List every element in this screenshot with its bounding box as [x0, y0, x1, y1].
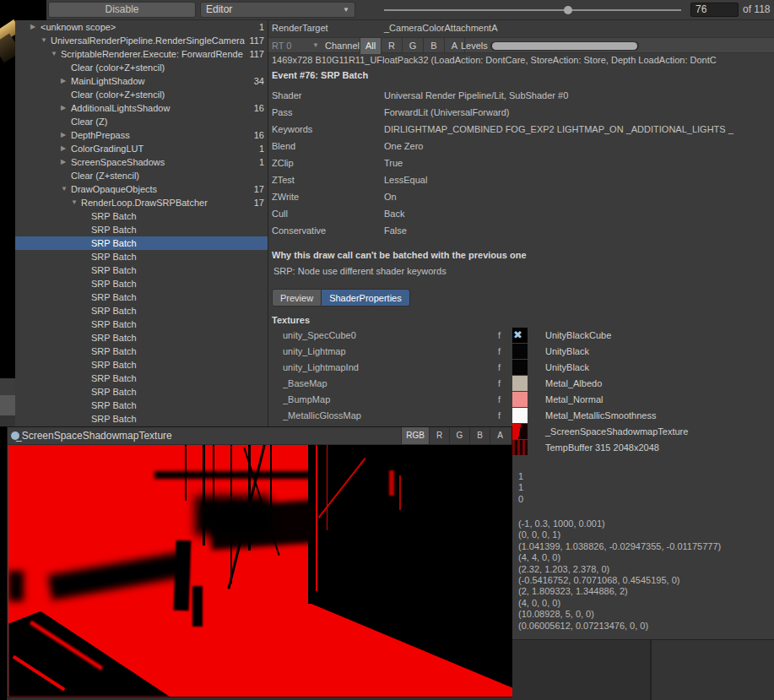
editor-dropdown[interactable]: Editor ▼	[200, 2, 355, 18]
tree-item-selected[interactable]: SRP Batch	[15, 236, 268, 250]
tree-item[interactable]: Clear (color+Z+stencil)	[15, 61, 268, 74]
texture-asset-name: Metal_Albedo	[545, 378, 602, 388]
tab-shader-properties[interactable]: ShaderProperties	[322, 289, 410, 307]
chevron-right-icon[interactable]: ▶	[61, 74, 71, 88]
tree-item[interactable]: ▶DepthPrepass16	[15, 128, 268, 142]
slider-handle[interactable]	[564, 6, 572, 14]
shader-property-value: On	[384, 188, 771, 205]
batch-break-reason: SRP: Node use different shader keywords	[273, 266, 447, 276]
background-window-corner	[512, 639, 774, 700]
texture-row[interactable]: _BumpMapfMetal_Normal	[268, 391, 774, 407]
shader-property-row: ZWriteOn	[272, 188, 771, 205]
texture-thumbnail[interactable]	[512, 392, 528, 407]
tree-item[interactable]: ▶ScreenSpaceShadows1	[15, 155, 268, 169]
tree-item[interactable]: SRP Batch	[15, 358, 268, 372]
channel-r-button[interactable]: R	[381, 38, 402, 54]
chevron-down-icon[interactable]: ▼	[61, 182, 71, 196]
tree-item[interactable]: SRP Batch	[15, 399, 268, 412]
chevron-right-icon[interactable]: ▶	[61, 128, 71, 142]
channels-label: Channels	[325, 38, 364, 54]
tree-item[interactable]: ▶AdditionalLightsShadow16	[15, 101, 268, 115]
event-tree: ▶<unknown scope>1▼UniversalRenderPipelin…	[15, 20, 268, 426]
tree-item[interactable]: SRP Batch	[15, 317, 268, 331]
render-target-toolbar: RT 0 ▼ Channels AllRGBA Levels	[268, 37, 774, 53]
preview-channel-a-button[interactable]: A	[490, 427, 510, 444]
channel-b-button[interactable]: B	[423, 38, 444, 54]
chevron-right-icon[interactable]: ▶	[61, 155, 71, 169]
texture-asset-name: Metal_MetallicSmoothness	[545, 410, 656, 421]
texture-thumbnail[interactable]	[512, 328, 528, 343]
chevron-down-icon[interactable]: ▼	[41, 34, 51, 47]
tree-item[interactable]: SRP Batch	[15, 250, 268, 263]
tree-item[interactable]: ▶<unknown scope>1	[15, 20, 268, 34]
tree-item[interactable]: SRP Batch	[15, 277, 268, 290]
event-total-label: of 118	[743, 3, 770, 15]
preview-channel-r-button[interactable]: R	[429, 427, 449, 444]
tree-item[interactable]: SRP Batch	[15, 412, 268, 426]
event-slider[interactable]	[384, 0, 681, 20]
tree-item[interactable]: Clear (color+Z+stencil)	[15, 88, 268, 101]
tree-item[interactable]: ▶MainLightShadow34	[15, 74, 268, 88]
tree-item[interactable]: SRP Batch	[15, 209, 268, 223]
shader-property-value: DIRLIGHTMAP_COMBINED FOG_EXP2 LIGHTMAP_O…	[384, 121, 771, 138]
tree-item[interactable]: SRP Batch	[15, 263, 268, 277]
tree-item-label: DrawOpaqueObjects	[71, 182, 254, 196]
chevron-right-icon[interactable]: ▶	[61, 142, 71, 155]
tree-item[interactable]: SRP Batch	[15, 345, 268, 358]
preview-title-bar[interactable]: _ScreenSpaceShadowmapTexture RGBRGBA	[8, 427, 511, 445]
tree-item[interactable]: ▶ColorGradingLUT1	[15, 142, 268, 155]
tree-item[interactable]: ▼ScriptableRenderer.Execute: ForwardRend…	[15, 47, 268, 61]
chevron-down-icon: ▼	[343, 3, 349, 18]
tree-item[interactable]: ▼UniversalRenderPipeline.RenderSingleCam…	[15, 34, 268, 47]
texture-thumbnail[interactable]	[512, 344, 528, 359]
levels-label: Levels	[461, 38, 488, 54]
disable-button[interactable]: Disable	[48, 2, 196, 18]
texture-row[interactable]: _MetallicGlossMapfMetal_MetallicSmoothne…	[268, 407, 774, 423]
tree-item[interactable]: SRP Batch	[15, 223, 268, 236]
shader-property-value: Universal Render Pipeline/Lit, SubShader…	[384, 87, 771, 104]
channel-all-button[interactable]: All	[360, 38, 381, 54]
shader-property-row: ShaderUniversal Render Pipeline/Lit, Sub…	[272, 87, 771, 104]
texture-row[interactable]: unity_LightmapIndfUnityBlack	[268, 359, 774, 375]
texture-thumbnail[interactable]	[512, 440, 528, 455]
tree-item[interactable]: Clear (Z)	[15, 115, 268, 128]
chevron-right-icon[interactable]: ▶	[30, 20, 41, 34]
chevron-down-icon[interactable]: ▼	[71, 196, 81, 209]
texture-row[interactable]: unity_LightmapfUnityBlack	[268, 343, 774, 359]
rt-select[interactable]: RT 0 ▼	[272, 38, 321, 54]
tree-item[interactable]: ▼RenderLoop.DrawSRPBatcher17	[15, 196, 268, 209]
tab-preview[interactable]: Preview	[272, 289, 322, 307]
channel-g-button[interactable]: G	[402, 38, 423, 54]
preview-channel-b-button[interactable]: B	[469, 427, 490, 444]
tree-item[interactable]: Clear (Z+stencil)	[15, 169, 268, 182]
texture-row[interactable]: _BaseMapfMetal_Albedo	[268, 375, 774, 391]
tree-item[interactable]: SRP Batch	[15, 290, 268, 304]
texture-thumbnail[interactable]	[512, 408, 528, 423]
texture-row[interactable]: unity_SpecCube0fUnityBlackCube	[268, 327, 774, 343]
chevron-down-icon: ▼	[312, 38, 319, 53]
preview-channel-rgb-button[interactable]: RGB	[401, 427, 429, 444]
chevron-right-icon[interactable]: ▶	[61, 101, 71, 115]
tree-item-label: DepthPrepass	[71, 128, 254, 142]
tree-item-label: SRP Batch	[91, 209, 268, 223]
texture-thumbnail[interactable]	[512, 360, 528, 375]
levels-slider[interactable]	[490, 41, 639, 51]
shader-property-row: ConservativeFalse	[272, 222, 771, 239]
tree-item[interactable]: SRP Batch	[15, 304, 268, 317]
chevron-down-icon[interactable]: ▼	[51, 47, 61, 61]
texture-property-name: unity_LightmapInd	[283, 362, 498, 372]
tree-item-label: ColorGradingLUT	[71, 142, 259, 155]
texture-thumbnail[interactable]	[512, 376, 528, 391]
event-number-input[interactable]: 76	[690, 3, 739, 17]
preview-channel-g-button[interactable]: G	[449, 427, 469, 444]
tree-item-label: SRP Batch	[91, 236, 268, 250]
tree-item[interactable]: SRP Batch	[15, 385, 268, 399]
tree-item[interactable]: SRP Batch	[15, 331, 268, 345]
tree-item[interactable]: SRP Batch	[15, 372, 268, 385]
tree-item-label: SRP Batch	[91, 277, 268, 290]
tree-item-label: Clear (Z)	[71, 115, 268, 128]
editor-dropdown-label: Editor	[206, 3, 232, 15]
tree-item[interactable]: ▼DrawOpaqueObjects17	[15, 182, 268, 196]
texture-thumbnail[interactable]	[512, 424, 528, 439]
shader-vector-values: (-1, 0.3, 1000, 0.001)(0, 0, 0, 1)(1.041…	[518, 518, 771, 632]
